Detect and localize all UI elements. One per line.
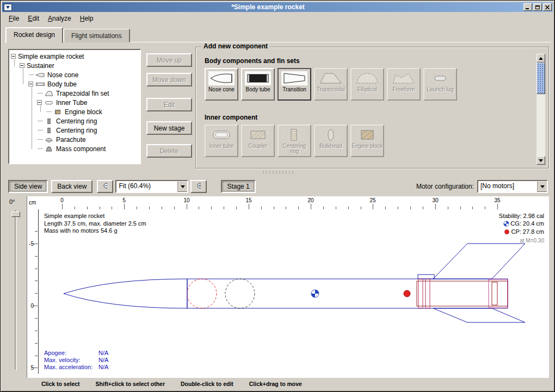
rotation-slider-handle[interactable] xyxy=(11,211,20,217)
lower-fin-shape[interactable] xyxy=(433,308,525,322)
rotation-slider-track[interactable] xyxy=(15,210,17,370)
upper-fin-shape[interactable] xyxy=(433,244,525,279)
mach-condition: at M=0.30 xyxy=(499,237,544,245)
tree-guide xyxy=(14,59,15,66)
back-view-button[interactable]: Back view xyxy=(51,180,92,193)
collapse-icon[interactable] xyxy=(37,100,42,105)
centering-ring-shape[interactable] xyxy=(425,279,430,308)
tree-item-nose-cone[interactable]: Nose cone xyxy=(9,70,140,79)
zoom-level-select[interactable]: Fit (60.4%) xyxy=(115,180,188,193)
add-nose-cone-button[interactable]: Nose cone xyxy=(205,68,238,101)
menu-file[interactable]: File xyxy=(4,13,23,24)
add-component-group: Add new component Body components and fi… xyxy=(195,47,549,169)
tree-item-centering-ring-2[interactable]: Centering ring xyxy=(9,126,140,135)
add-engine-block-button[interactable]: Engine block xyxy=(350,125,384,157)
body-component-buttons: Nose cone Body tube Transition xyxy=(205,68,457,101)
flight-data: Apogee:N/A Max. velocity:N/A Max. accele… xyxy=(44,350,108,371)
add-centering-ring-button[interactable]: Centering ring xyxy=(278,125,311,157)
transition-icon xyxy=(281,71,307,85)
tab-rocket-design[interactable]: Rocket design xyxy=(5,27,63,43)
parachute-outline[interactable] xyxy=(187,279,217,308)
freeform-fin-icon xyxy=(391,71,417,85)
add-body-tube-button[interactable]: Body tube xyxy=(241,68,275,101)
elliptical-fin-icon xyxy=(354,71,380,85)
ruler-unit-label: cm xyxy=(29,200,36,206)
inner-tube-icon xyxy=(44,99,55,106)
mass-component-outline[interactable] xyxy=(225,279,255,308)
aft-centering-ring-shape[interactable] xyxy=(489,279,508,308)
tree-item-sustainer[interactable]: Sustainer xyxy=(9,61,140,70)
rotation-slider-column: 0° xyxy=(5,196,27,378)
maximize-button[interactable] xyxy=(533,3,542,11)
app-icon[interactable] xyxy=(4,4,12,11)
group-title: Add new component xyxy=(201,42,270,50)
add-elliptical-fin-button[interactable]: Elliptical xyxy=(350,68,384,101)
move-down-button[interactable]: Move down xyxy=(146,73,192,86)
chevron-down-icon[interactable] xyxy=(537,181,547,192)
menu-help[interactable]: Help xyxy=(76,13,98,24)
tab-flight-simulations[interactable]: Flight simulations xyxy=(63,29,130,42)
add-trapezoidal-fin-button[interactable]: Trapezoidal xyxy=(314,68,348,101)
engine-block-icon xyxy=(354,128,380,142)
add-transition-button[interactable]: Transition xyxy=(278,68,311,101)
hint-select: Click to select xyxy=(41,381,80,387)
body-tube-icon xyxy=(35,81,46,88)
move-up-button[interactable]: Move up xyxy=(146,53,192,67)
tree-item-mass-component[interactable]: Mass component xyxy=(9,144,140,153)
bulkhead-icon xyxy=(318,128,344,142)
motor-configuration-select[interactable]: [No motors] xyxy=(477,180,548,193)
tree-item-body-tube[interactable]: Body tube xyxy=(9,79,140,89)
body-tube-shape[interactable] xyxy=(187,279,508,308)
centering-ring-shape[interactable] xyxy=(418,279,423,308)
zoom-out-button[interactable] xyxy=(97,180,113,193)
minimize-button[interactable] xyxy=(523,3,532,11)
cg-icon xyxy=(503,221,509,228)
tree-item-inner-tube[interactable]: Inner Tube xyxy=(9,98,140,107)
component-tree[interactable]: Simple example rocket Sustainer Nose con… xyxy=(8,49,141,164)
zoom-out-icon xyxy=(103,182,107,191)
rocket-name: Simple example rocket xyxy=(44,213,146,220)
delete-button[interactable]: Delete xyxy=(146,144,192,158)
status-hints: Click to select Shift+click to select ot… xyxy=(41,381,316,387)
splitter-grip[interactable] xyxy=(262,171,294,173)
collapse-icon[interactable] xyxy=(20,63,24,68)
window-title: *Simple example rocket xyxy=(14,2,522,12)
zoom-in-button[interactable] xyxy=(190,180,207,193)
stage-1-toggle[interactable]: Stage 1 xyxy=(221,180,255,193)
nose-cone-shape[interactable] xyxy=(64,279,187,308)
menu-analyze[interactable]: Analyze xyxy=(44,13,76,24)
motor-configuration-label: Motor configuration: xyxy=(416,183,474,190)
close-button[interactable] xyxy=(543,3,552,11)
add-launch-lug-button[interactable]: Launch lug xyxy=(423,68,457,101)
add-bulkhead-button[interactable]: Bulkhead xyxy=(314,125,348,157)
add-coupler-button[interactable]: Coupler xyxy=(241,125,275,157)
menu-edit[interactable]: Edit xyxy=(23,13,44,24)
side-view-button[interactable]: Side view xyxy=(8,180,48,193)
add-inner-tube-button[interactable]: Inner tube xyxy=(205,125,238,157)
tree-item-rocket[interactable]: Simple example rocket xyxy=(9,52,140,61)
tree-item-fin-set[interactable]: Trapezoidal fin set xyxy=(9,89,140,98)
max-velocity-label: Max. velocity: xyxy=(44,357,98,364)
launch-lug-shape[interactable] xyxy=(418,275,434,279)
cg-value: CG: 20.4 cm xyxy=(510,220,544,227)
rocket-diagram[interactable]: Simple example rocket Length 37.5 cm, ma… xyxy=(38,209,547,374)
component-panel-scrollbar[interactable] xyxy=(536,54,545,165)
collapse-icon[interactable] xyxy=(28,82,33,86)
scroll-down-icon[interactable] xyxy=(536,156,545,165)
horizontal-ruler: 0 5 10 15 20 25 30 35 xyxy=(38,197,547,209)
tree-item-parachute[interactable]: Parachute xyxy=(9,135,140,144)
inner-tube-shape[interactable] xyxy=(417,281,508,306)
inner-tube-icon xyxy=(208,128,235,142)
tree-item-engine-block[interactable]: Engine block xyxy=(9,107,140,116)
edit-button[interactable]: Edit xyxy=(146,98,192,111)
engine-block-shape[interactable] xyxy=(492,282,497,305)
scrollbar-thumb[interactable] xyxy=(536,63,545,94)
chevron-down-icon[interactable] xyxy=(177,181,187,192)
tree-item-centering-ring-1[interactable]: Centering ring xyxy=(9,116,140,126)
tree-guide xyxy=(40,105,41,112)
cp-marker xyxy=(404,290,410,297)
collapse-icon[interactable] xyxy=(11,54,16,59)
new-stage-button[interactable]: New stage xyxy=(146,121,192,135)
scroll-up-icon[interactable] xyxy=(536,54,545,63)
add-freeform-fin-button[interactable]: Freeform xyxy=(387,68,421,101)
